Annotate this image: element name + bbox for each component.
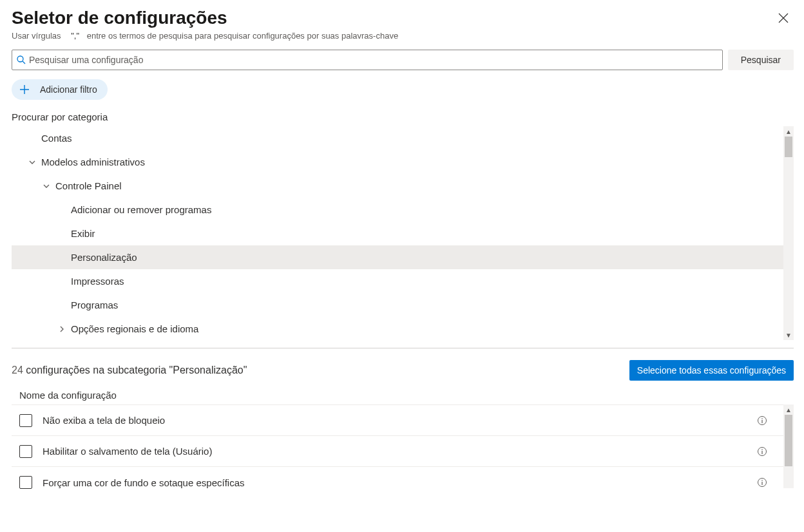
list-scrollbar[interactable]: ▲ — [783, 404, 794, 488]
tree-label: Exibir — [71, 228, 95, 239]
setting-name: Não exiba a tela de bloqueio — [43, 415, 756, 426]
chevron-right-icon[interactable] — [57, 324, 67, 334]
search-button[interactable]: Pesquisar — [728, 50, 794, 70]
settings-list: Não exiba a tela de bloqueio Habilitar o… — [12, 404, 794, 498]
tree-label: Adicionar ou remover programas — [71, 204, 211, 215]
select-all-button[interactable]: Selecione todas essas configurações — [629, 360, 794, 381]
tree-item-control-panel[interactable]: Controle Painel — [12, 174, 783, 198]
tree-label: Personalização — [71, 252, 137, 263]
setting-row[interactable]: Forçar uma cor de fundo e sotaque especí… — [12, 467, 794, 498]
scrollbar-thumb[interactable] — [785, 137, 792, 157]
setting-row[interactable]: Não exiba a tela de bloqueio — [12, 405, 794, 436]
tree-item-admin-templates[interactable]: Modelos administrativos — [12, 150, 783, 174]
tree-item-personalization[interactable]: Personalização — [12, 245, 783, 269]
page-title: Seletor de configurações — [12, 8, 227, 28]
tree-item-accounts[interactable]: Contas — [12, 126, 783, 150]
tree-scrollbar[interactable]: ▲ ▼ — [783, 126, 794, 340]
svg-point-3 — [761, 418, 763, 419]
tree-item-regional-language[interactable]: Opções regionais e de idioma — [12, 317, 783, 340]
scroll-up-icon[interactable]: ▲ — [783, 126, 794, 137]
tree-item-display[interactable]: Exibir — [12, 222, 783, 245]
tree-item-printers[interactable]: Impressoras — [12, 269, 783, 293]
checkbox[interactable] — [19, 445, 32, 458]
close-button[interactable] — [773, 8, 794, 30]
tree-label: Modelos administrativos — [41, 157, 145, 167]
svg-rect-10 — [761, 482, 762, 485]
search-icon — [16, 55, 26, 65]
browse-by-category-label: Procurar por categoria — [12, 111, 794, 122]
svg-rect-4 — [761, 420, 762, 423]
info-icon[interactable] — [756, 446, 768, 457]
svg-point-0 — [17, 56, 23, 62]
setting-name: Forçar uma cor de fundo e sotaque especí… — [43, 477, 756, 488]
tree-label: Programas — [71, 299, 118, 310]
search-hint: Usar vírgulas "," entre os termos de pes… — [12, 31, 794, 41]
tree-item-programs[interactable]: Programas — [12, 293, 783, 317]
search-box[interactable] — [12, 50, 723, 70]
info-icon[interactable] — [756, 415, 768, 426]
tree-label: Opções regionais e de idioma — [71, 323, 198, 334]
scrollbar-thumb[interactable] — [785, 415, 792, 466]
svg-point-9 — [761, 480, 763, 481]
setting-name: Habilitar o salvamento de tela (Usuário) — [43, 446, 756, 457]
column-header-setting-name: Nome da configuração — [12, 390, 794, 404]
chevron-down-icon[interactable] — [41, 181, 52, 191]
divider — [12, 348, 794, 348]
add-filter-label: Adicionar filtro — [40, 84, 97, 95]
plus-icon — [17, 82, 32, 97]
svg-rect-7 — [761, 451, 762, 454]
tree-item-add-remove-programs[interactable]: Adicionar ou remover programas — [12, 198, 783, 222]
results-count: 24 configurações na subcategoria "Person… — [12, 365, 247, 376]
svg-point-6 — [761, 449, 763, 450]
tree-label: Contas — [41, 133, 72, 144]
tree-label: Controle Painel — [55, 180, 122, 191]
add-filter-button[interactable]: Adicionar filtro — [12, 79, 108, 100]
scroll-down-icon[interactable]: ▼ — [783, 330, 794, 340]
tree-label: Impressoras — [71, 276, 124, 287]
category-tree: Contas Modelos administrativos Controle … — [12, 126, 794, 340]
setting-row[interactable]: Habilitar o salvamento de tela (Usuário) — [12, 436, 794, 467]
checkbox[interactable] — [19, 414, 32, 427]
info-icon[interactable] — [756, 477, 768, 488]
search-input[interactable] — [26, 55, 718, 65]
scroll-up-icon[interactable]: ▲ — [783, 404, 794, 415]
svg-line-1 — [23, 61, 25, 64]
chevron-down-icon[interactable] — [27, 157, 37, 167]
checkbox[interactable] — [19, 476, 32, 489]
